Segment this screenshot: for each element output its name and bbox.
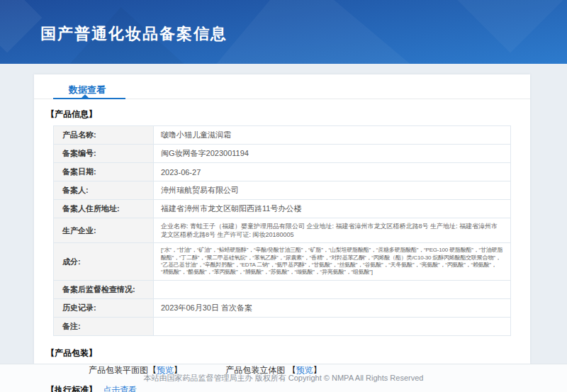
row-label: 备案人住所地址:	[54, 200, 154, 218]
table-row: 生产企业: 企业名称: 青蛙王子（福建）婴童护理用品有限公司 企业地址: 福建省…	[54, 218, 511, 243]
table-row: 产品名称: 啵噜小猫儿童滋润霜	[54, 126, 511, 145]
table-row: 历史记录: 2023年06月30日 首次备案	[54, 298, 511, 317]
row-label: 备案日期:	[54, 163, 154, 181]
table-row: 备案后监督检查情况:	[54, 280, 511, 298]
row-label: 历史记录:	[54, 298, 154, 317]
product-info-table: 产品名称: 啵噜小猫儿童滋润霜 备案编号: 闽G妆网备字2023001194 备…	[53, 125, 511, 336]
packaging-heading: 【产品包装】	[46, 347, 530, 359]
row-value	[154, 317, 511, 335]
packaging-flat-label: 产品包装平面图	[89, 365, 148, 375]
table-row: 备案编号: 闽G妆网备字2023001194	[54, 145, 511, 163]
tab-bar: 数据查看	[34, 74, 530, 99]
header-decoration	[215, 0, 438, 64]
row-value	[154, 280, 511, 298]
table-row: 备案人住所地址: 福建省漳州市龙文区朝阳西路11号办公楼	[54, 200, 511, 218]
table-row: 备案人: 漳州瑞航贸易有限公司	[54, 181, 511, 200]
row-value: 福建省漳州市龙文区朝阳西路11号办公楼	[154, 200, 511, 218]
row-label: 备案人:	[54, 181, 154, 200]
row-label: 备注:	[54, 317, 154, 335]
page-header: 国产普通化妆品备案信息	[0, 0, 567, 64]
row-value: [“水”，“甘油”，“矿油”，“鲸蜡硬脂醇”，“辛酸/癸酸甘油三酯”，“矿脂”，…	[154, 243, 511, 281]
table-row: 备案日期: 2023-06-27	[54, 163, 511, 181]
row-value: 2023-06-27	[154, 163, 511, 181]
product-info-heading: 【产品信息】	[46, 108, 530, 121]
row-label: 生产企业:	[54, 218, 154, 243]
tab-active-underline	[53, 98, 125, 99]
tab-active-indicator-icon	[82, 94, 89, 98]
copyright-text: 本站由国家药品监督管理局主办 版权所有 Copyright © NMPA All…	[144, 374, 424, 382]
data-card: 数据查看 【产品信息】 产品名称: 啵噜小猫儿童滋润霜 备案编号: 闽G妆网备字…	[34, 74, 530, 364]
standard-heading: 【执行标准】	[46, 385, 97, 392]
row-value: 闽G妆网备字2023001194	[154, 145, 511, 163]
row-label: 成分:	[54, 243, 154, 281]
row-label: 备案编号:	[54, 145, 154, 163]
header-decoration	[450, 0, 567, 53]
view-standard-link[interactable]: 点击查看	[103, 385, 137, 392]
row-value: 啵噜小猫儿童滋润霜	[154, 126, 511, 145]
row-value: 2023年06月30日 首次备案	[154, 298, 511, 317]
row-label: 备案后监督检查情况:	[54, 280, 154, 298]
header-decoration	[0, 0, 42, 52]
table-row: 备注:	[54, 317, 511, 335]
row-value: 企业名称: 青蛙王子（福建）婴童护理用品有限公司 企业地址: 福建省漳州市龙文区…	[154, 218, 511, 243]
row-label: 产品名称:	[54, 126, 154, 145]
main-content: 数据查看 【产品信息】 产品名称: 啵噜小猫儿童滋润霜 备案编号: 闽G妆网备字…	[0, 64, 567, 364]
row-value: 漳州瑞航贸易有限公司	[154, 181, 511, 200]
page-title: 国产普通化妆品备案信息	[40, 23, 228, 45]
table-row: 成分: [“水”，“甘油”，“矿油”，“鲸蜡硬脂醇”，“辛酸/癸酸甘油三酯”，“…	[54, 243, 511, 281]
